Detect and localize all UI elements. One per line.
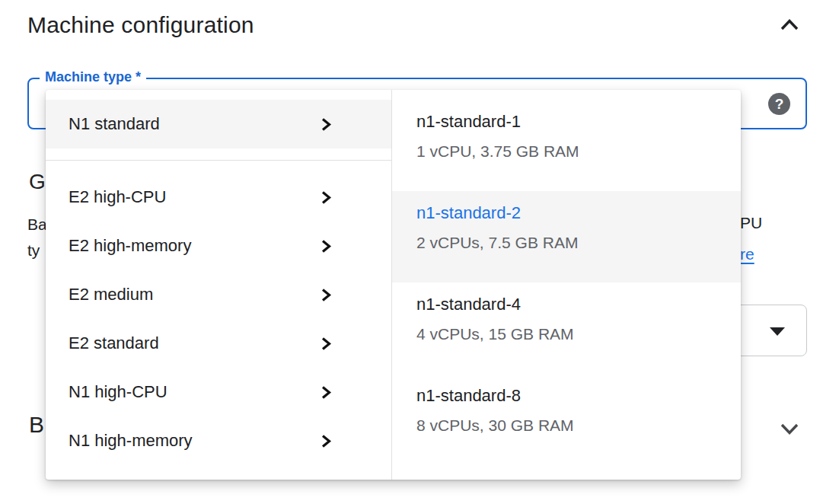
machine-configuration-panel: Machine configuration Machine type * ? G… bbox=[0, 0, 839, 504]
chevron-right-icon bbox=[321, 288, 332, 302]
chevron-right-icon bbox=[321, 434, 332, 448]
series-option-e2-medium[interactable]: E2 medium bbox=[46, 270, 391, 319]
machine-type-option-n1-standard-4[interactable]: n1-standard-4 4 vCPUs, 15 GB RAM bbox=[392, 282, 741, 374]
obscured-body-text-line1-start: Ba bbox=[27, 215, 47, 234]
help-icon[interactable]: ? bbox=[768, 93, 790, 115]
machine-type-option-n1-standard-8[interactable]: n1-standard-8 8 vCPUs, 30 GB RAM bbox=[392, 374, 741, 465]
series-option-e2-high-cpu[interactable]: E2 high-CPU bbox=[46, 173, 391, 222]
obscured-bottom-section-heading: B bbox=[29, 412, 44, 438]
series-option-e2-high-memory[interactable]: E2 high-memory bbox=[46, 222, 391, 270]
bottom-section-expand-button[interactable] bbox=[777, 417, 802, 440]
series-option-n1-standard[interactable]: N1 standard bbox=[46, 100, 391, 148]
obscured-body-text-line1-end: PU bbox=[740, 214, 762, 232]
chevron-right-icon bbox=[321, 117, 332, 132]
chevron-right-icon bbox=[321, 190, 332, 205]
chevron-up-icon bbox=[778, 16, 801, 34]
machine-type-dropdown-menu: N1 standard E2 high-CPU E2 high-memory bbox=[46, 90, 741, 480]
machine-type-option-n1-standard-1[interactable]: n1-standard-1 1 vCPU, 3.75 GB RAM bbox=[392, 100, 741, 191]
series-option-n1-high-memory[interactable]: N1 high-memory bbox=[46, 416, 391, 465]
chevron-down-icon bbox=[778, 419, 801, 438]
series-list: N1 standard E2 high-CPU E2 high-memory bbox=[46, 90, 391, 480]
series-option-n1-high-cpu[interactable]: N1 high-CPU bbox=[46, 368, 391, 416]
menu-divider bbox=[46, 160, 391, 161]
machine-type-list: n1-standard-1 1 vCPU, 3.75 GB RAM n1-sta… bbox=[391, 90, 741, 480]
chevron-right-icon bbox=[321, 239, 332, 254]
section-collapse-button[interactable] bbox=[777, 14, 802, 37]
series-option-e2-standard[interactable]: E2 standard bbox=[46, 319, 391, 368]
dropdown-arrow-icon bbox=[770, 327, 785, 336]
machine-type-label: Machine type * bbox=[40, 69, 146, 85]
page-title: Machine configuration bbox=[27, 12, 254, 38]
obscured-section-heading: G bbox=[29, 170, 46, 194]
learn-more-link-fragment[interactable]: re bbox=[740, 245, 754, 263]
obscured-body-text-line2-start: ty bbox=[27, 241, 40, 260]
machine-type-option-n1-standard-2[interactable]: n1-standard-2 2 vCPUs, 7.5 GB RAM bbox=[392, 191, 741, 282]
chevron-right-icon bbox=[321, 385, 332, 400]
chevron-right-icon bbox=[321, 337, 332, 351]
